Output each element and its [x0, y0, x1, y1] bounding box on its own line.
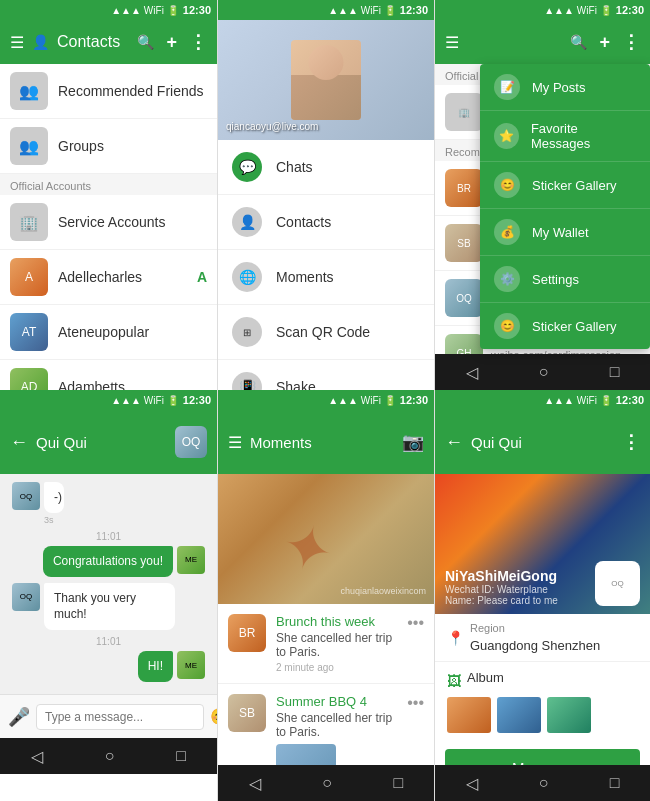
- dropdown-my-posts[interactable]: 📝 My Posts: [480, 64, 650, 111]
- msg-bubble-4: HI!: [138, 651, 173, 682]
- menu-item-scan-qr[interactable]: ⊞ Scan QR Code: [218, 305, 434, 360]
- album-thumb-3[interactable]: [547, 697, 591, 733]
- dropdown-my-wallet[interactable]: 💰 My Wallet: [480, 209, 650, 256]
- region-value: Guangdong Shenzhen: [470, 638, 600, 653]
- scan-qr-icon: ⊞: [232, 317, 262, 347]
- nav-back-bm[interactable]: ◁: [249, 774, 261, 793]
- chat-input-icons: 😊 +: [210, 707, 217, 726]
- moments-panel: ▲▲▲ WiFi 🔋 12:30 Moments 📷 chuqianlaowei…: [217, 390, 434, 801]
- chat-header-avatar[interactable]: OQ: [175, 426, 207, 458]
- avatar-adellecharles: A: [10, 258, 48, 296]
- hamburger-icon-moments[interactable]: [228, 433, 242, 452]
- sticker-gallery-2-icon: 😊: [494, 313, 520, 339]
- time-display-bl: 12:30: [183, 394, 211, 406]
- voice-icon[interactable]: 🎤: [8, 706, 30, 728]
- moment-more-summer[interactable]: •••: [407, 694, 424, 712]
- wifi-icon-mid: WiFi: [361, 5, 381, 16]
- nav-back-right[interactable]: ◁: [466, 363, 478, 382]
- chat-avatar-summer-bbq: SB: [445, 224, 483, 262]
- nav-recent-bm[interactable]: □: [394, 774, 404, 792]
- profile-panel-title: Qui Qui: [471, 434, 614, 451]
- camera-icon[interactable]: 📷: [402, 431, 424, 453]
- signal-icon-right: ▲▲▲: [544, 5, 574, 16]
- nav-home-right[interactable]: ○: [539, 363, 549, 381]
- status-icons: ▲▲▲ WiFi 🔋: [111, 5, 179, 16]
- nav-home-bl[interactable]: ○: [105, 747, 115, 765]
- emoji-icon[interactable]: 😊: [210, 707, 217, 726]
- more-icon-right[interactable]: [622, 31, 640, 53]
- msg-wrapper-4: HI! ME: [8, 651, 209, 682]
- nav-recent-bl[interactable]: □: [176, 747, 186, 765]
- list-item-service-acc[interactable]: 🏢 Service Accounts: [0, 195, 217, 250]
- nav-home-br[interactable]: ○: [539, 774, 549, 792]
- wifi-icon-right: WiFi: [577, 5, 597, 16]
- status-icons-right: ▲▲▲ WiFi 🔋: [544, 5, 612, 16]
- menu-item-contacts[interactable]: 👤 Contacts: [218, 195, 434, 250]
- menu-item-moments[interactable]: 🌐 Moments: [218, 250, 434, 305]
- dropdown-settings[interactable]: ⚙️ Settings: [480, 256, 650, 303]
- list-item-groups[interactable]: 👥 Groups: [0, 119, 217, 174]
- nav-home-bm[interactable]: ○: [322, 774, 332, 792]
- chat-input[interactable]: [36, 704, 204, 730]
- dropdown-fav-messages[interactable]: ⭐ Favorite Messages: [480, 111, 650, 162]
- menu-item-chats[interactable]: 💬 Chats: [218, 140, 434, 195]
- moment-item-brunch[interactable]: BR Brunch this week She cancelled her tr…: [218, 604, 434, 684]
- region-label: Region: [470, 622, 600, 634]
- list-item-adellecharles[interactable]: A Adellecharles A: [0, 250, 217, 305]
- msg-time-2: 11:01: [8, 636, 209, 647]
- contacts-icon: 👤: [232, 207, 262, 237]
- dropdown-sticker-1[interactable]: 😊 Sticker Gallery: [480, 162, 650, 209]
- main-menu-panel: ▲▲▲ WiFi 🔋 12:30 qiancaoyu@live.com 💬 Ch…: [217, 0, 434, 390]
- profile-email: qiancaoyu@live.com: [226, 121, 318, 132]
- person-icon: [32, 33, 49, 51]
- avatar-service-acc: 🏢: [10, 203, 48, 241]
- chat-conv-title: Qui Qui: [36, 434, 167, 451]
- nav-recent-br[interactable]: □: [610, 774, 620, 792]
- album-thumb-2[interactable]: [497, 697, 541, 733]
- battery-icon-mid: 🔋: [384, 5, 396, 16]
- avatar-groups: 👥: [10, 127, 48, 165]
- location-icon: 📍: [447, 630, 464, 646]
- wifi-icon-bm: WiFi: [361, 395, 381, 406]
- dropdown-sticker-2[interactable]: 😊 Sticker Gallery: [480, 303, 650, 349]
- moments-icon: 🌐: [232, 262, 262, 292]
- nav-back-bl[interactable]: ◁: [31, 747, 43, 766]
- msg-timestamp-1: 3s: [44, 515, 72, 525]
- sticker-gallery-1-label: Sticker Gallery: [532, 178, 617, 193]
- list-item-rec-friends[interactable]: 👥 Recommended Friends: [0, 64, 217, 119]
- battery-icon-right: 🔋: [600, 5, 612, 16]
- list-item-ateneupopular[interactable]: AT Ateneupopular: [0, 305, 217, 360]
- chat-avatar-qui-qui: OQ: [445, 279, 483, 317]
- add-icon[interactable]: [166, 32, 177, 53]
- hamburger-icon[interactable]: [10, 33, 24, 52]
- shake-label: Shake: [276, 379, 316, 390]
- album-thumb-1[interactable]: [447, 697, 491, 733]
- dropdown-menu: 📝 My Posts ⭐ Favorite Messages 😊 Sticker…: [480, 64, 650, 349]
- nav-back-br[interactable]: ◁: [466, 774, 478, 793]
- hamburger-icon-right[interactable]: [445, 33, 459, 52]
- search-icon[interactable]: [137, 33, 154, 51]
- status-icons-mid: ▲▲▲ WiFi 🔋: [328, 5, 396, 16]
- header-actions: [137, 31, 207, 53]
- contacts-panel: ▲▲▲ WiFi 🔋 12:30 Contacts 👥 Recommended …: [0, 0, 217, 390]
- profile-more-icon[interactable]: [622, 431, 640, 453]
- search-icon-right[interactable]: [570, 33, 587, 51]
- msg-avatar-1: OQ: [12, 482, 40, 510]
- menu-item-shake[interactable]: 📳 Shake: [218, 360, 434, 390]
- moment-avatar-summer: SB: [228, 694, 266, 732]
- rec-friends-label: Recommended Friends: [58, 83, 207, 99]
- add-icon-right[interactable]: [599, 32, 610, 53]
- back-icon-chat[interactable]: ←: [10, 432, 28, 453]
- msg-avatar-4: ME: [177, 651, 205, 679]
- album-thumbnails: [447, 697, 638, 733]
- more-icon[interactable]: [189, 31, 207, 53]
- moment-more-brunch[interactable]: •••: [407, 614, 424, 632]
- ateneupopular-label: Ateneupopular: [58, 324, 207, 340]
- list-item-adambetts[interactable]: AD Adambetts: [0, 360, 217, 390]
- nav-recent-right[interactable]: □: [610, 363, 620, 381]
- battery-icon-bl: 🔋: [167, 395, 179, 406]
- back-icon-profile[interactable]: ←: [445, 432, 463, 453]
- nav-bar-right-top: ◁ ○ □: [435, 354, 650, 390]
- msg-wrapper-2: Congratulations you! ME: [8, 546, 209, 577]
- profile-album-section: 🖼 Album: [435, 662, 650, 741]
